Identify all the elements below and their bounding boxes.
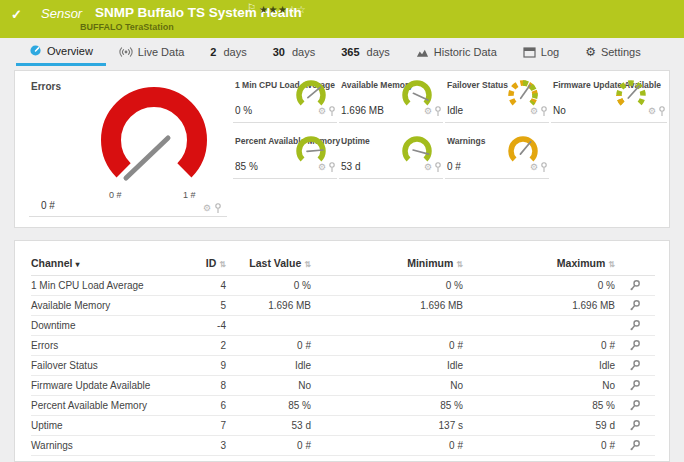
channel-maximum: 85 % [463,396,615,416]
tab-log[interactable]: Log [510,38,572,66]
pin-icon[interactable] [434,106,442,117]
tab-historic-data[interactable]: Historic Data [403,38,510,66]
mini-gauge-warnings[interactable]: Warnings 0 # ⚙ [445,129,549,179]
log-icon [523,47,536,58]
tab-overview[interactable]: Overview [16,38,106,66]
tab-label: Settings [601,46,641,58]
gear-icon[interactable]: ⚙ [648,107,656,116]
tile-value: 53 d [341,161,360,172]
priority-stars-empty[interactable]: ☆☆ [287,4,306,15]
channel-name: Available Memory [31,296,186,316]
gauge-needle [126,138,168,178]
gear-icon[interactable]: ⚙ [318,107,326,116]
mini-gauge-firmware-update[interactable]: Firmware Update Available No ⚙ [551,73,667,123]
priority-stars-filled[interactable]: ★★★ [259,4,287,15]
sensor-header: ✓ Sensor SNMP Buffalo TS System Health ⚐… [0,0,684,38]
pin-icon[interactable] [658,106,666,117]
tile-title: Warnings [447,136,485,146]
sensor-overview-page: ✓ Sensor SNMP Buffalo TS System Health ⚐… [0,0,684,462]
tab-live-data[interactable]: Live Data [106,38,197,66]
channel-name: 1 Min CPU Load Average [31,276,186,296]
pin-icon[interactable] [434,162,442,173]
channel-last-value: 0 # [226,436,311,456]
gear-icon[interactable]: ⚙ [530,163,538,172]
channel-settings-wrench-icon[interactable] [629,279,641,291]
channel-maximum: No [463,376,615,396]
channel-last-value: 1.696 MB [226,296,311,316]
channel-settings-wrench-icon[interactable] [629,419,641,431]
channel-maximum: 0 # [463,336,615,356]
gear-icon[interactable]: ⚙ [424,107,432,116]
channel-minimum: 137 s [311,416,463,436]
column-header-last-value[interactable]: Last Value⇅ [226,241,311,276]
channel-settings-wrench-icon[interactable] [629,379,641,391]
channel-id: 6 [186,396,226,416]
pin-icon[interactable] [328,106,336,117]
column-header-tools [615,241,655,276]
tab-2-days[interactable]: 2days [197,38,259,66]
table-row: Failover Status 9 Idle Idle Idle [31,356,655,376]
channel-name: Warnings [31,436,186,456]
mini-gauge-uptime[interactable]: Uptime 53 d ⚙ [339,129,443,179]
channel-settings-wrench-icon[interactable] [629,339,641,351]
primary-channel-gauge: Errors 0 # 1 # 0 # ⚙ [25,77,237,225]
channel-name: Firmware Update Available [31,376,186,396]
table-row: Firmware Update Available 8 No No No [31,376,655,396]
channel-settings-wrench-icon[interactable] [629,299,641,311]
channel-maximum: 0 % [463,276,615,296]
channel-id: 4 [186,276,226,296]
pin-icon[interactable] [328,162,336,173]
status-check-icon: ✓ [11,7,22,22]
channel-last-value: Idle [226,356,311,376]
tile-value: Idle [447,105,463,116]
table-row: Percent Available Memory 6 85 % 85 % 85 … [31,396,655,416]
column-header-channel[interactable]: Channel▾ [31,241,186,276]
channel-last-value: 53 d [226,416,311,436]
tab-label: Live Data [138,46,184,58]
gear-icon[interactable]: ⚙ [424,163,432,172]
channel-last-value: No [226,376,311,396]
parent-device-name[interactable]: BUFFALO TeraStation [80,22,174,32]
gear-icon[interactable]: ⚙ [203,204,211,213]
gear-icon[interactable]: ⚙ [318,163,326,172]
channel-last-value: 0 # [226,336,311,356]
priority-stars[interactable]: ★★★☆☆ [259,4,306,15]
mini-gauge-failover-status[interactable]: Failover Status Idle ⚙ [445,73,549,123]
channel-id: 5 [186,296,226,316]
channel-settings-wrench-icon[interactable] [629,359,641,371]
column-header-id[interactable]: ID⇅ [186,241,226,276]
channel-settings-wrench-icon[interactable] [629,399,641,411]
channel-minimum: Idle [311,356,463,376]
pin-icon[interactable] [214,203,222,214]
tab-30-days[interactable]: 30days [260,38,329,66]
tab-number: 2 [210,46,216,58]
tile-value: 1.696 MB [341,105,384,116]
channel-name: Percent Available Memory [31,396,186,416]
pin-icon[interactable] [540,162,548,173]
channel-settings-wrench-icon[interactable] [629,319,641,331]
channel-maximum: 59 d [463,416,615,436]
column-header-minimum[interactable]: Minimum⇅ [311,241,463,276]
channel-id: 3 [186,436,226,456]
gear-icon[interactable]: ⚙ [530,107,538,116]
channel-settings-wrench-icon[interactable] [629,439,641,451]
mini-gauge-percent-available-memory[interactable]: Percent Available Memory 85 % ⚙ [233,129,337,179]
tab-label: Historic Data [434,46,497,58]
channel-last-value: 0 % [226,276,311,296]
tab-label: days [223,46,246,58]
sort-icon: ⇅ [304,260,311,269]
tab-365-days[interactable]: 365days [328,38,403,66]
pin-icon[interactable] [540,106,548,117]
mini-gauge-cpu-load[interactable]: 1 Min CPU Load Average 0 % ⚙ [233,73,337,123]
gauge-icon [29,44,42,57]
tab-label: days [367,46,390,58]
tab-number: 30 [273,46,285,58]
mini-gauge-available-memory[interactable]: Available Memory 1.696 MB ⚙ [339,73,443,123]
channel-id: -4 [186,316,226,336]
table-row: Warnings 3 0 # 0 # 0 # [31,436,655,456]
flag-icon[interactable]: ⚐ [247,2,256,13]
channel-last-value [226,316,311,336]
column-header-maximum[interactable]: Maximum⇅ [463,241,615,276]
tab-number: 365 [341,46,359,58]
tab-settings[interactable]: ⚙ Settings [572,38,654,66]
